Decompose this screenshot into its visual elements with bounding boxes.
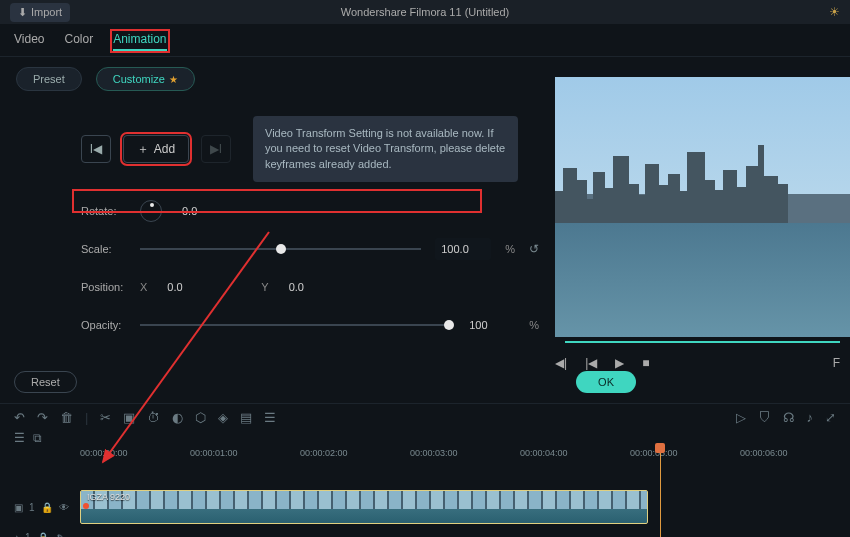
lock-icon[interactable]: 🔒 [41,502,53,513]
playhead[interactable] [660,445,661,537]
opacity-unit: % [529,319,539,331]
pos-x-value[interactable]: 0.0 [161,276,213,298]
main-tabbar: Video Color Animation [0,24,850,57]
prev-keyframe-button[interactable]: I◀ [81,135,111,163]
undo-icon[interactable]: ↶ [14,410,25,425]
step-back-icon[interactable]: ◀| [555,356,567,370]
tooltip-message: Video Transform Setting is not available… [253,116,518,182]
play-icon[interactable]: ▶ [615,356,624,370]
preview-area [555,57,850,367]
delete-icon[interactable]: 🗑 [60,410,73,425]
video-clip[interactable]: IGZA 9220 [80,490,648,524]
opacity-slider[interactable] [140,324,449,326]
opacity-value[interactable]: 100 [463,314,515,336]
scale-reset-icon[interactable]: ↺ [529,242,539,256]
keyframe-controls: I◀ ＋ Add ▶I Video Transform Setting is n… [16,116,539,182]
subtab-preset[interactable]: Preset [16,67,82,91]
next-keyframe-button[interactable]: ▶I [201,135,231,163]
lock-icon[interactable]: 🔒 [37,532,49,538]
pos-y-value[interactable]: 0.0 [283,276,335,298]
video-track-row: ▣ 1 🔒 👁 IGZA 9220 [0,489,850,525]
rotate-knob[interactable] [140,200,162,222]
add-keyframe-button[interactable]: ＋ Add [123,135,189,163]
pos-x-label: X [140,281,147,293]
play-clip-icon[interactable]: ▷ [736,410,746,425]
reset-button[interactable]: Reset [14,371,77,393]
list-icon[interactable]: ☰ [264,410,276,425]
fullscreen-label[interactable]: F [833,356,840,370]
scale-row: Scale: 100.0 % ↺ [16,238,539,260]
keyframe-marker[interactable] [83,503,89,509]
tab-animation[interactable]: Animation [113,32,166,50]
titlebar: ⬇ Import Wondershare Filmora 11 (Untitle… [0,0,850,24]
scale-unit: % [505,243,515,255]
crop-icon[interactable]: ▣ [123,410,135,425]
rotate-row: Rotate: 0.0 [16,200,539,222]
opacity-row: Opacity: 100 % [16,314,539,336]
ruler-tick: 00:00:03:00 [410,448,520,458]
ruler-tick: 00:00:00:00 [80,448,190,458]
import-label: Import [31,6,62,18]
music-icon: ♪ [14,532,19,538]
cut-icon[interactable]: ✂ [100,410,111,425]
properties-panel: Preset Customize ★ I◀ ＋ Add ▶I Video Tra… [0,57,555,367]
link-icon[interactable]: ⧉ [33,431,42,445]
window-title: Wondershare Filmora 11 (Untitled) [341,6,510,18]
timeline-ruler[interactable]: 00:00:00:00 00:00:01:00 00:00:02:00 00:0… [0,445,850,461]
scale-slider-thumb[interactable] [276,244,286,254]
eye-icon[interactable]: 👁 [59,502,69,513]
expand-icon[interactable]: ⤢ [825,410,836,425]
scale-value[interactable]: 100.0 [435,238,491,260]
tab-video[interactable]: Video [14,32,44,50]
audio-track-header: ♪ 1 🔒 🔈 [14,532,80,538]
grid-icon[interactable]: ▤ [240,410,252,425]
ruler-tick: 00:00:05:00 [630,448,740,458]
clip-thumbnails [81,491,647,509]
redo-icon[interactable]: ↷ [37,410,48,425]
main-area: Preset Customize ★ I◀ ＋ Add ▶I Video Tra… [0,57,850,367]
rotate-label: Rotate: [81,205,126,217]
video-track-header: ▣ 1 🔒 👁 [14,502,80,513]
audio-track-row: ♪ 1 🔒 🔈 [0,525,850,537]
tag-icon[interactable]: ◈ [218,410,228,425]
ruler-tick: 00:00:02:00 [300,448,410,458]
opacity-slider-thumb[interactable] [444,320,454,330]
import-button[interactable]: ⬇ Import [10,3,70,22]
timeline-toolbar: ↶ ↷ 🗑 | ✂ ▣ ⏱ ◐ ⬡ ◈ ▤ ☰ ▷ ⛉ ☊ ♪ ⤢ [0,410,850,429]
ruler-tick: 00:00:06:00 [740,448,850,458]
position-label: Position: [81,281,126,293]
filter-icon[interactable]: ☰ [14,431,25,445]
timeline-area: ↶ ↷ 🗑 | ✂ ▣ ⏱ ◐ ⬡ ◈ ▤ ☰ ▷ ⛉ ☊ ♪ ⤢ ☰ ⧉ 00… [0,403,850,537]
scale-slider[interactable] [140,248,421,250]
plus-icon: ＋ [137,141,149,158]
stop-icon[interactable]: ■ [642,356,649,370]
subtab-customize[interactable]: Customize ★ [96,67,195,91]
download-icon: ⬇ [18,6,27,19]
scale-label: Scale: [81,243,126,255]
action-row: Reset OK [0,367,850,403]
speed-icon[interactable]: ⏱ [147,410,160,425]
audio-track-number: 1 [25,532,31,538]
sun-icon[interactable]: ☀ [829,5,840,19]
ruler-tick: 00:00:01:00 [190,448,300,458]
shield-icon[interactable]: ⛉ [758,410,771,425]
film-icon: ▣ [14,502,23,513]
rotate-value[interactable]: 0.0 [176,200,228,222]
tab-color[interactable]: Color [64,32,93,50]
color-icon[interactable]: ◐ [172,410,183,425]
customize-label: Customize [113,73,165,85]
pos-y-label: Y [261,281,268,293]
preview-canvas[interactable] [555,77,850,337]
ruler-tick: 00:00:04:00 [520,448,630,458]
volume-icon[interactable]: ♪ [807,410,814,425]
position-row: Position: X 0.0 Y 0.0 [16,276,539,298]
preview-progress[interactable] [565,341,840,343]
render-icon[interactable]: ⬡ [195,410,206,425]
frame-back-icon[interactable]: |◀ [585,356,597,370]
speaker-icon[interactable]: 🔈 [55,532,67,538]
ok-button[interactable]: OK [576,371,636,393]
video-clip-label: IGZA 9220 [87,492,130,502]
opacity-label: Opacity: [81,319,126,331]
mixer-icon[interactable]: ☊ [783,410,795,425]
star-icon: ★ [169,74,178,85]
